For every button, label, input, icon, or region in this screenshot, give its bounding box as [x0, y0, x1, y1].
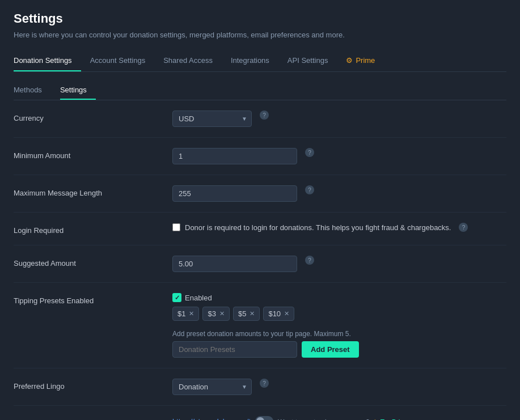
minimum-amount-control: ?: [172, 148, 506, 164]
currency-row: Currency USD EUR GBP CAD AUD ▼ ?: [14, 100, 506, 138]
tab-shared-access[interactable]: Shared Access: [163, 50, 222, 71]
preset-tag-2-value: $3: [208, 309, 215, 318]
page-title: Settings: [14, 11, 506, 26]
tab-api-settings[interactable]: API Settings: [288, 50, 337, 71]
preferred-lingo-help-icon[interactable]: ?: [260, 379, 269, 388]
minimum-amount-row: Minimum Amount ?: [14, 138, 506, 175]
login-required-row: Login Required Donor is required to logi…: [14, 213, 506, 245]
preset-tag-1: $1 ✕: [172, 307, 199, 321]
suggested-amount-input[interactable]: [172, 256, 297, 272]
preferred-lingo-label: Preferred Lingo: [14, 379, 172, 391]
preset-tags: $1 ✕ $3 ✕ $5 ✕ $10 ✕: [172, 307, 506, 321]
currency-select[interactable]: USD EUR GBP CAD AUD: [172, 111, 252, 127]
tipping-enabled-check: ✓ Enabled: [172, 293, 506, 302]
preset-tag-4-value: $10: [268, 309, 281, 318]
login-required-label: Login Required: [14, 223, 172, 235]
sub-tab-methods[interactable]: Methods: [14, 81, 51, 100]
currency-help-icon[interactable]: ?: [260, 111, 269, 120]
suggested-amount-control: ?: [172, 256, 506, 272]
currency-control: USD EUR GBP CAD AUD ▼ ?: [172, 111, 506, 127]
preferred-lingo-select[interactable]: Donation Tip Contribution: [172, 379, 252, 395]
minimum-amount-input[interactable]: [172, 148, 297, 164]
your-page-control: https://streamlabs.com/t Want to customi…: [172, 416, 506, 420]
preset-tag-1-value: $1: [177, 309, 185, 318]
tipping-presets-control: ✓ Enabled $1 ✕ $3 ✕ $5: [172, 293, 506, 358]
preset-tag-3: $5 ✕: [233, 307, 260, 321]
main-tabs: Donation Settings Account Settings Share…: [14, 50, 506, 72]
page-container: Settings Here is where you can control y…: [0, 0, 520, 420]
sub-tab-settings[interactable]: Settings: [60, 81, 96, 100]
your-page-label: Your Page: [14, 416, 172, 420]
preset-add-section: Add preset donation amounts to your tip …: [172, 330, 506, 358]
preset-tag-1-remove[interactable]: ✕: [189, 310, 194, 317]
your-page-row: Your Page https://streamlabs.com/t Want …: [14, 406, 506, 420]
tipping-presets-label: Tipping Presets Enabled: [14, 293, 172, 305]
tab-account-settings[interactable]: Account Settings: [90, 50, 155, 71]
url-toggle[interactable]: [255, 416, 273, 420]
preferred-lingo-row: Preferred Lingo Donation Tip Contributio…: [14, 368, 506, 406]
suggested-amount-help-icon[interactable]: ?: [305, 256, 314, 265]
settings-content: Currency USD EUR GBP CAD AUD ▼ ? Minimum…: [14, 100, 506, 420]
minimum-amount-help-icon[interactable]: ?: [305, 148, 314, 157]
max-message-control: ?: [172, 185, 506, 202]
login-required-checkbox[interactable]: [172, 223, 180, 231]
preset-input[interactable]: [172, 341, 297, 358]
preferred-lingo-control: Donation Tip Contribution ▼ ?: [172, 379, 506, 395]
tab-prime-label: Prime: [356, 56, 375, 65]
preset-tag-2-remove[interactable]: ✕: [219, 310, 225, 317]
suggested-amount-row: Suggested Amount ?: [14, 245, 506, 283]
sub-tabs: Methods Settings: [14, 72, 506, 100]
tipping-presets-row: Tipping Presets Enabled ✓ Enabled $1 ✕ $…: [14, 283, 506, 368]
currency-select-wrapper: USD EUR GBP CAD AUD ▼: [172, 111, 252, 127]
max-message-label: Maximum Message Length: [14, 185, 172, 197]
tab-integrations[interactable]: Integrations: [231, 50, 278, 71]
add-preset-button[interactable]: Add Preset: [302, 341, 359, 358]
page-subtitle: Here is where you can control your donat…: [14, 31, 506, 39]
preferred-lingo-select-wrapper: Donation Tip Contribution ▼: [172, 379, 252, 395]
tipping-enabled-label: Enabled: [185, 294, 212, 302]
page-url: https://streamlabs.com/t: [172, 416, 273, 420]
preset-tag-4: $10 ✕: [263, 307, 294, 321]
currency-label: Currency: [14, 111, 172, 122]
login-required-control: Donor is required to login for donations…: [172, 223, 506, 232]
page-url-text[interactable]: https://streamlabs.com/t: [172, 417, 251, 421]
max-message-help-icon[interactable]: ?: [305, 185, 314, 194]
preset-tag-2: $3 ✕: [202, 307, 229, 321]
tipping-checkmark[interactable]: ✓: [172, 293, 181, 302]
preset-tag-3-remove[interactable]: ✕: [250, 310, 255, 317]
preset-input-row: Add Preset: [172, 341, 506, 358]
login-required-checkbox-label: Donor is required to login for donations…: [185, 223, 451, 232]
minimum-amount-label: Minimum Amount: [14, 148, 172, 160]
url-toggle-knob: [256, 417, 264, 420]
preset-tag-3-value: $5: [238, 309, 246, 318]
tab-donation-settings[interactable]: Donation Settings: [14, 50, 81, 71]
preset-tag-4-remove[interactable]: ✕: [284, 310, 289, 317]
tab-prime[interactable]: ⚙ Prime: [346, 50, 384, 71]
max-message-input[interactable]: [172, 185, 297, 202]
login-required-help-icon[interactable]: ?: [459, 223, 468, 232]
max-message-row: Maximum Message Length ?: [14, 175, 506, 213]
login-required-checkbox-wrapper: Donor is required to login for donations…: [172, 223, 468, 232]
prime-icon: ⚙: [346, 56, 353, 65]
preset-hint: Add preset donation amounts to your tip …: [172, 330, 506, 338]
suggested-amount-label: Suggested Amount: [14, 256, 172, 268]
tipping-control-inner: ✓ Enabled $1 ✕ $3 ✕ $5: [172, 293, 506, 358]
